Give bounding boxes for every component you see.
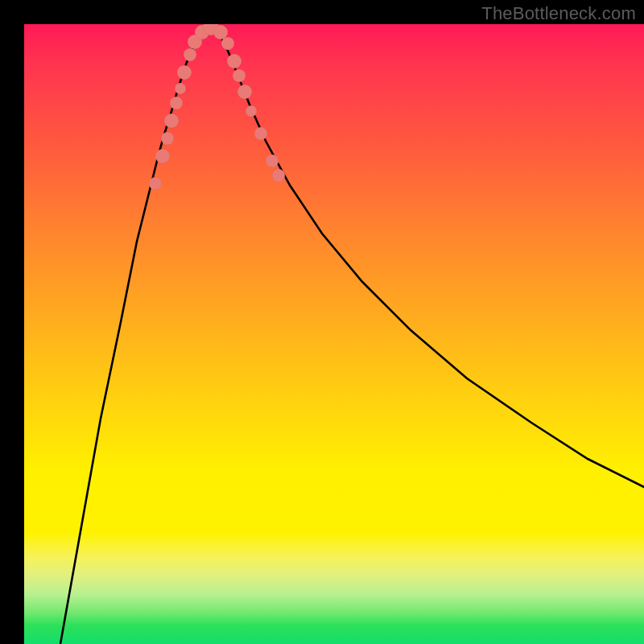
attribution-text: TheBottleneck.com (481, 3, 636, 24)
bead (177, 65, 192, 80)
bead (233, 69, 246, 82)
curve-left (60, 27, 211, 644)
curve-right (211, 27, 644, 487)
bead (237, 85, 252, 99)
bead (221, 37, 234, 50)
plot-area (24, 24, 644, 644)
bead (254, 127, 267, 140)
bead (175, 83, 186, 94)
curve-beads (149, 24, 285, 190)
bead (155, 149, 170, 163)
bead (149, 177, 162, 190)
bead (170, 97, 183, 109)
bead (161, 132, 174, 145)
bead (246, 105, 257, 117)
bead (184, 48, 196, 61)
curve-svg (24, 24, 644, 644)
bead (227, 54, 242, 68)
bead (164, 114, 179, 128)
chart-frame: TheBottleneck.com (0, 0, 644, 644)
bead (266, 155, 279, 167)
bead (272, 169, 285, 182)
